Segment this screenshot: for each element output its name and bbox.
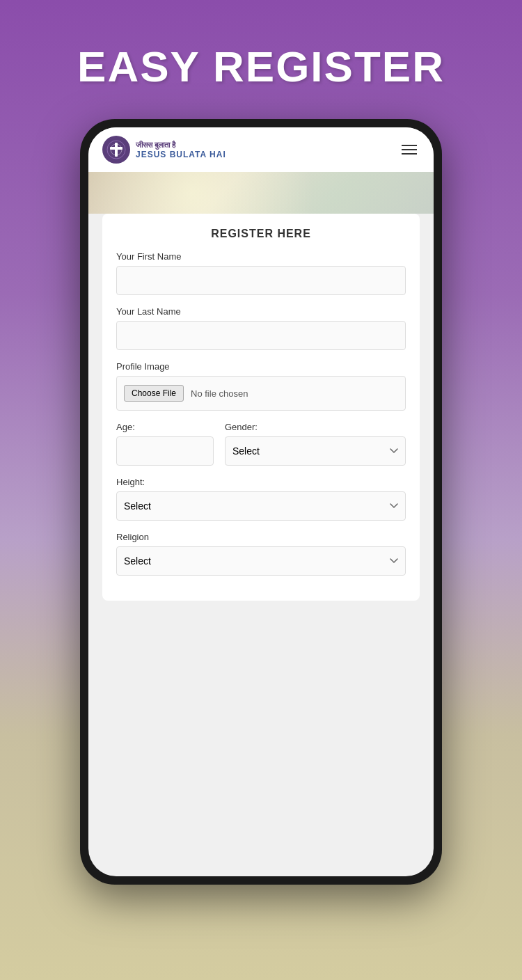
- registration-form: REGISTER HERE Your First Name Your Last …: [102, 214, 420, 601]
- age-group: Age:: [116, 422, 214, 466]
- navbar: जीसस बुलाता है JESUS BULATA HAI: [88, 127, 434, 172]
- app-title: EASY REGISTER: [77, 0, 445, 119]
- height-label: Height:: [116, 477, 406, 487]
- logo-icon: [102, 136, 130, 164]
- religion-label: Religion: [116, 532, 406, 542]
- hero-image-strip: [88, 172, 434, 214]
- logo-text: जीसस बुलाता है JESUS BULATA HAI: [136, 141, 226, 159]
- background: EASY REGISTER जीसस बुलाता है: [0, 0, 522, 980]
- height-select[interactable]: Select 4'0" 4'6" 5'0" 5'3" 5'6" 5'9" 6'0…: [116, 491, 406, 521]
- logo-hindi-text: जीसस बुलाता है: [136, 141, 226, 150]
- profile-image-label: Profile Image: [116, 361, 406, 372]
- age-label: Age:: [116, 422, 214, 432]
- first-name-label: Your First Name: [116, 251, 406, 262]
- logo-area: जीसस बुलाता है JESUS BULATA HAI: [102, 136, 226, 164]
- file-input-wrapper: Choose File No file chosen: [116, 376, 406, 411]
- age-input[interactable]: [116, 436, 214, 466]
- gender-select[interactable]: Select Male Female Other: [225, 436, 406, 466]
- gender-group: Gender: Select Male Female Other: [225, 422, 406, 466]
- last-name-group: Your Last Name: [116, 306, 406, 350]
- choose-file-button[interactable]: Choose File: [124, 385, 184, 402]
- hamburger-line-3: [402, 153, 417, 155]
- hamburger-line-1: [402, 145, 417, 146]
- phone-device: जीसस बुलाता है JESUS BULATA HAI REGISTER…: [80, 119, 442, 885]
- gender-label: Gender:: [225, 422, 406, 432]
- height-group: Height: Select 4'0" 4'6" 5'0" 5'3" 5'6" …: [116, 477, 406, 521]
- no-file-text: No file chosen: [191, 388, 248, 399]
- religion-group: Religion Select Christian Hindu Muslim S…: [116, 532, 406, 576]
- phone-screen: जीसस बुलाता है JESUS BULATA HAI REGISTER…: [88, 127, 434, 876]
- form-scroll-area[interactable]: REGISTER HERE Your First Name Your Last …: [88, 214, 434, 876]
- profile-image-group: Profile Image Choose File No file chosen: [116, 361, 406, 411]
- cross-logo-icon: [106, 140, 126, 159]
- first-name-input[interactable]: [116, 266, 406, 295]
- hamburger-menu-button[interactable]: [399, 142, 420, 157]
- religion-select[interactable]: Select Christian Hindu Muslim Sikh Other: [116, 546, 406, 576]
- logo-english-text: JESUS BULATA HAI: [136, 150, 226, 159]
- form-title: REGISTER HERE: [116, 228, 406, 240]
- first-name-group: Your First Name: [116, 251, 406, 295]
- last-name-label: Your Last Name: [116, 306, 406, 317]
- age-gender-row: Age: Gender: Select Male Female Other: [116, 422, 406, 466]
- svg-rect-2: [110, 147, 122, 150]
- last-name-input[interactable]: [116, 321, 406, 350]
- hamburger-line-2: [402, 149, 417, 150]
